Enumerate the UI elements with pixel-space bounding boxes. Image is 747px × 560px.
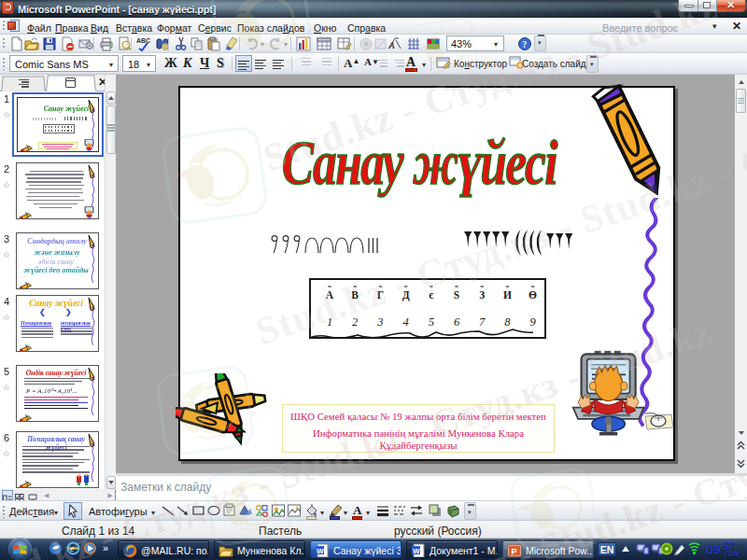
svg-text:ABC: ABC	[136, 37, 150, 44]
svg-text:A: A	[388, 39, 395, 50]
svg-text:?: ?	[522, 39, 527, 49]
svg-text:P: P	[512, 547, 517, 556]
svg-text:e: e	[70, 543, 75, 553]
svg-text:W: W	[413, 546, 420, 554]
svg-text:W: W	[317, 546, 324, 554]
